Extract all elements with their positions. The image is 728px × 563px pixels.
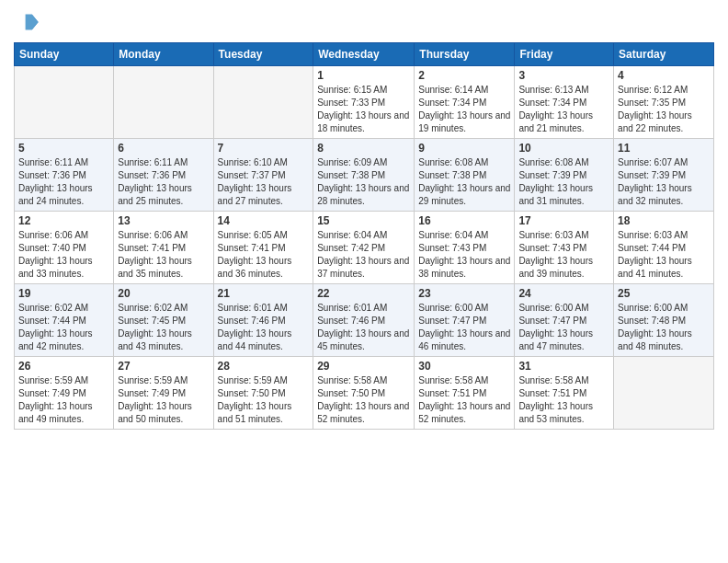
logo-icon [14, 9, 40, 35]
calendar-day-cell: 4Sunrise: 6:12 AM Sunset: 7:35 PM Daylig… [614, 66, 714, 139]
day-number: 29 [317, 360, 410, 373]
day-number: 17 [518, 214, 609, 227]
calendar-day-cell: 16Sunrise: 6:04 AM Sunset: 7:43 PM Dayli… [415, 212, 515, 284]
day-info: Sunrise: 6:04 AM Sunset: 7:42 PM Dayligh… [317, 229, 410, 281]
calendar-day-cell: 7Sunrise: 6:10 AM Sunset: 7:37 PM Daylig… [213, 139, 313, 212]
calendar-day-cell [114, 66, 213, 139]
day-number: 31 [518, 360, 609, 373]
calendar-day-cell: 25Sunrise: 6:00 AM Sunset: 7:48 PM Dayli… [614, 284, 714, 357]
calendar-day-cell: 1Sunrise: 6:15 AM Sunset: 7:33 PM Daylig… [313, 66, 415, 139]
calendar-day-cell [614, 357, 714, 430]
calendar-day-cell: 3Sunrise: 6:13 AM Sunset: 7:34 PM Daylig… [515, 66, 614, 139]
day-info: Sunrise: 6:00 AM Sunset: 7:47 PM Dayligh… [518, 302, 609, 353]
calendar-day-cell: 31Sunrise: 5:58 AM Sunset: 7:51 PM Dayli… [515, 357, 614, 430]
day-info: Sunrise: 5:59 AM Sunset: 7:49 PM Dayligh… [18, 374, 109, 426]
day-number: 14 [218, 214, 310, 227]
day-info: Sunrise: 6:09 AM Sunset: 7:38 PM Dayligh… [317, 156, 410, 208]
calendar-week-row: 19Sunrise: 6:02 AM Sunset: 7:44 PM Dayli… [15, 284, 714, 357]
day-info: Sunrise: 6:06 AM Sunset: 7:40 PM Dayligh… [18, 229, 109, 281]
calendar-day-cell: 22Sunrise: 6:01 AM Sunset: 7:46 PM Dayli… [313, 284, 415, 357]
day-info: Sunrise: 6:14 AM Sunset: 7:34 PM Dayligh… [418, 84, 510, 135]
weekday-header: Thursday [415, 43, 515, 66]
day-number: 16 [418, 214, 510, 227]
calendar-week-row: 5Sunrise: 6:11 AM Sunset: 7:36 PM Daylig… [15, 139, 714, 212]
day-number: 7 [218, 142, 310, 155]
calendar-day-cell: 23Sunrise: 6:00 AM Sunset: 7:47 PM Dayli… [415, 284, 515, 357]
day-number: 25 [618, 287, 710, 300]
day-info: Sunrise: 6:02 AM Sunset: 7:45 PM Dayligh… [118, 302, 209, 353]
weekday-header: Wednesday [313, 43, 415, 66]
day-number: 20 [118, 287, 209, 300]
calendar-week-row: 26Sunrise: 5:59 AM Sunset: 7:49 PM Dayli… [15, 357, 714, 430]
calendar-day-cell: 15Sunrise: 6:04 AM Sunset: 7:42 PM Dayli… [313, 212, 415, 284]
day-info: Sunrise: 5:58 AM Sunset: 7:51 PM Dayligh… [518, 374, 609, 426]
calendar-day-cell: 2Sunrise: 6:14 AM Sunset: 7:34 PM Daylig… [415, 66, 515, 139]
calendar-day-cell: 11Sunrise: 6:07 AM Sunset: 7:39 PM Dayli… [614, 139, 714, 212]
calendar-day-cell: 28Sunrise: 5:59 AM Sunset: 7:50 PM Dayli… [213, 357, 313, 430]
day-info: Sunrise: 6:15 AM Sunset: 7:33 PM Dayligh… [317, 84, 410, 135]
page: SundayMondayTuesdayWednesdayThursdayFrid… [0, 0, 728, 563]
day-info: Sunrise: 6:01 AM Sunset: 7:46 PM Dayligh… [317, 302, 410, 353]
calendar-day-cell: 21Sunrise: 6:01 AM Sunset: 7:46 PM Dayli… [213, 284, 313, 357]
day-info: Sunrise: 6:11 AM Sunset: 7:36 PM Dayligh… [118, 156, 209, 208]
svg-marker-1 [26, 15, 39, 30]
calendar-day-cell [15, 66, 114, 139]
day-number: 11 [618, 142, 710, 155]
day-number: 30 [418, 360, 510, 373]
calendar-week-row: 12Sunrise: 6:06 AM Sunset: 7:40 PM Dayli… [15, 212, 714, 284]
day-info: Sunrise: 6:13 AM Sunset: 7:34 PM Dayligh… [518, 84, 609, 135]
day-number: 13 [118, 214, 209, 227]
day-number: 23 [418, 287, 510, 300]
day-info: Sunrise: 5:59 AM Sunset: 7:49 PM Dayligh… [118, 374, 209, 426]
day-number: 28 [218, 360, 310, 373]
day-info: Sunrise: 6:08 AM Sunset: 7:38 PM Dayligh… [418, 156, 510, 208]
day-info: Sunrise: 5:58 AM Sunset: 7:50 PM Dayligh… [317, 374, 410, 426]
day-number: 6 [118, 142, 209, 155]
day-number: 21 [218, 287, 310, 300]
calendar-day-cell: 26Sunrise: 5:59 AM Sunset: 7:49 PM Dayli… [15, 357, 114, 430]
logo [14, 9, 43, 35]
calendar-day-cell: 5Sunrise: 6:11 AM Sunset: 7:36 PM Daylig… [15, 139, 114, 212]
weekday-header: Sunday [15, 43, 114, 66]
day-number: 10 [518, 142, 609, 155]
day-info: Sunrise: 6:03 AM Sunset: 7:43 PM Dayligh… [518, 229, 609, 281]
calendar-day-cell: 17Sunrise: 6:03 AM Sunset: 7:43 PM Dayli… [515, 212, 614, 284]
day-number: 4 [618, 69, 710, 82]
weekday-header: Saturday [614, 43, 714, 66]
calendar-day-cell: 18Sunrise: 6:03 AM Sunset: 7:44 PM Dayli… [614, 212, 714, 284]
calendar-day-cell: 30Sunrise: 5:58 AM Sunset: 7:51 PM Dayli… [415, 357, 515, 430]
day-info: Sunrise: 6:07 AM Sunset: 7:39 PM Dayligh… [618, 156, 710, 208]
day-number: 12 [18, 214, 109, 227]
calendar-day-cell: 9Sunrise: 6:08 AM Sunset: 7:38 PM Daylig… [415, 139, 515, 212]
calendar-day-cell: 8Sunrise: 6:09 AM Sunset: 7:38 PM Daylig… [313, 139, 415, 212]
day-info: Sunrise: 5:58 AM Sunset: 7:51 PM Dayligh… [418, 374, 510, 426]
day-info: Sunrise: 5:59 AM Sunset: 7:50 PM Dayligh… [218, 374, 310, 426]
day-number: 5 [18, 142, 109, 155]
calendar-week-row: 1Sunrise: 6:15 AM Sunset: 7:33 PM Daylig… [15, 66, 714, 139]
day-info: Sunrise: 6:11 AM Sunset: 7:36 PM Dayligh… [18, 156, 109, 208]
weekday-header: Tuesday [213, 43, 313, 66]
calendar-day-cell: 12Sunrise: 6:06 AM Sunset: 7:40 PM Dayli… [15, 212, 114, 284]
weekday-header: Friday [515, 43, 614, 66]
day-info: Sunrise: 6:00 AM Sunset: 7:47 PM Dayligh… [418, 302, 510, 353]
calendar-day-cell: 13Sunrise: 6:06 AM Sunset: 7:41 PM Dayli… [114, 212, 213, 284]
calendar-table: SundayMondayTuesdayWednesdayThursdayFrid… [14, 42, 714, 430]
calendar-header-row: SundayMondayTuesdayWednesdayThursdayFrid… [15, 43, 714, 66]
day-number: 2 [418, 69, 510, 82]
calendar-day-cell: 27Sunrise: 5:59 AM Sunset: 7:49 PM Dayli… [114, 357, 213, 430]
calendar-day-cell: 19Sunrise: 6:02 AM Sunset: 7:44 PM Dayli… [15, 284, 114, 357]
day-number: 19 [18, 287, 109, 300]
weekday-header: Monday [114, 43, 213, 66]
day-info: Sunrise: 6:08 AM Sunset: 7:39 PM Dayligh… [518, 156, 609, 208]
day-number: 24 [518, 287, 609, 300]
calendar-day-cell: 24Sunrise: 6:00 AM Sunset: 7:47 PM Dayli… [515, 284, 614, 357]
header [14, 9, 714, 35]
day-number: 18 [618, 214, 710, 227]
day-number: 9 [418, 142, 510, 155]
day-number: 26 [18, 360, 109, 373]
day-info: Sunrise: 6:04 AM Sunset: 7:43 PM Dayligh… [418, 229, 510, 281]
calendar-day-cell: 20Sunrise: 6:02 AM Sunset: 7:45 PM Dayli… [114, 284, 213, 357]
day-info: Sunrise: 6:00 AM Sunset: 7:48 PM Dayligh… [618, 302, 710, 353]
day-info: Sunrise: 6:05 AM Sunset: 7:41 PM Dayligh… [218, 229, 310, 281]
day-info: Sunrise: 6:03 AM Sunset: 7:44 PM Dayligh… [618, 229, 710, 281]
